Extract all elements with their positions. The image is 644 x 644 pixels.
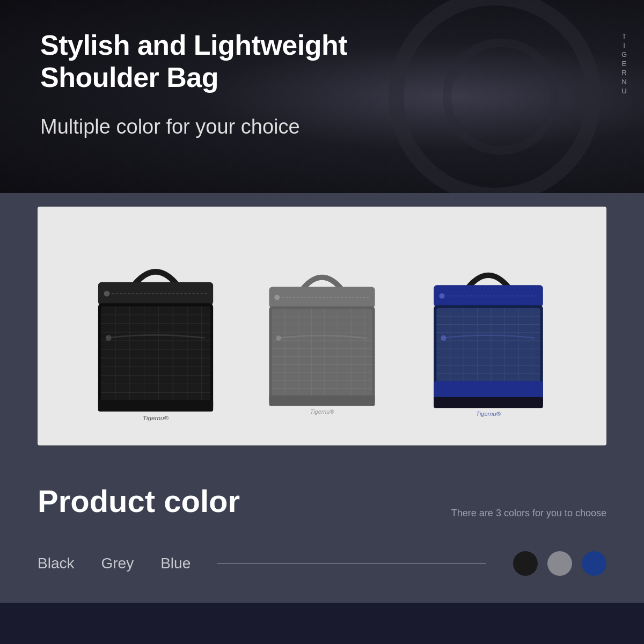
color-label-blue[interactable]: Blue [160, 555, 191, 572]
color-options: Black Grey Blue [38, 551, 606, 576]
hero-title: Stylish and Lightweight Shoulder Bag [40, 30, 347, 94]
color-label-black[interactable]: Black [38, 555, 74, 572]
product-color-title: Product color [38, 483, 240, 519]
hero-subtitle: Multiple color for your choice [40, 115, 347, 138]
svg-rect-47 [269, 396, 375, 406]
svg-rect-54 [436, 308, 540, 382]
svg-point-2 [104, 291, 110, 297]
color-header: Product color There are 3 colors for you… [38, 483, 606, 519]
svg-rect-0 [98, 282, 213, 305]
hero-section: Stylish and Lightweight Shoulder Bag Mul… [0, 0, 644, 193]
color-label-grey[interactable]: Grey [101, 555, 134, 572]
color-subtitle: There are 3 colors for you to choose [451, 508, 606, 519]
svg-point-52 [439, 293, 444, 298]
bag-black: Tigernu® [75, 247, 236, 435]
svg-rect-25 [269, 287, 375, 308]
svg-point-23 [106, 335, 112, 341]
product-image-container: Tigernu® [38, 207, 606, 445]
svg-rect-22 [98, 400, 213, 411]
color-divider-line [217, 563, 486, 564]
brand-letter-n: N [621, 78, 627, 86]
product-section: Tigernu® [0, 193, 644, 462]
brand-letter-r: R [621, 69, 627, 77]
bag-display: Tigernu® [48, 217, 596, 435]
svg-rect-71 [434, 397, 543, 408]
bag-blue: Tigernu® [412, 252, 565, 430]
color-labels: Black Grey Blue [38, 555, 191, 572]
brand-letter-u: U [621, 87, 627, 95]
brand-letter-t: T [622, 32, 627, 40]
svg-text:Tigernu®: Tigernu® [476, 411, 501, 417]
color-dot-blue[interactable] [582, 551, 606, 576]
hero-content: Stylish and Lightweight Shoulder Bag Mul… [40, 30, 347, 138]
svg-rect-50 [434, 285, 543, 307]
color-dot-grey[interactable] [547, 551, 572, 576]
svg-rect-4 [101, 306, 210, 407]
svg-point-48 [276, 335, 281, 341]
svg-text:Tigernu®: Tigernu® [310, 408, 334, 415]
color-section: Product color There are 3 colors for you… [0, 462, 644, 603]
svg-point-72 [441, 335, 446, 341]
brand-letter-g: G [621, 50, 628, 58]
brand-letter-i: I [623, 41, 626, 49]
color-dot-black[interactable] [513, 551, 538, 576]
brand-letter-e: E [622, 60, 628, 68]
svg-point-27 [274, 295, 280, 300]
svg-rect-29 [272, 309, 372, 402]
svg-text:Tigernu®: Tigernu® [143, 414, 169, 421]
brand-vertical: T I G E R N U [621, 32, 628, 95]
bag-grey: Tigernu® [248, 254, 396, 427]
color-dots [513, 551, 606, 576]
